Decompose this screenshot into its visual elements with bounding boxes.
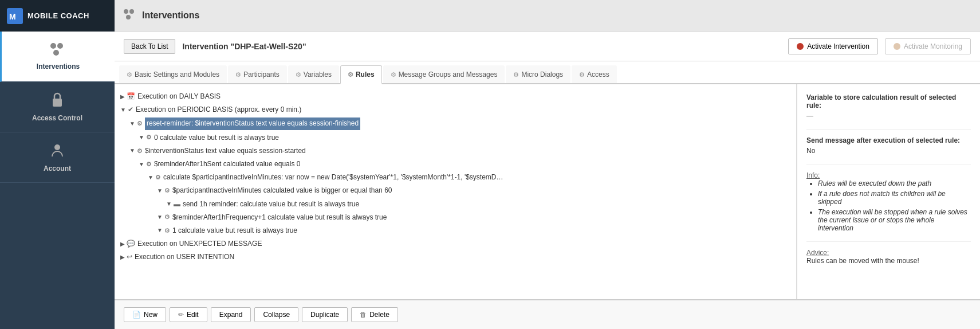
rule-10-gear-icon: ⚙	[164, 212, 170, 222]
rule-13-toggle[interactable]: ▶	[120, 253, 125, 262]
sidebar-item-access-control[interactable]: Access Control	[0, 82, 115, 132]
rule-5-text: $interventionStatus text value equals se…	[145, 146, 306, 156]
tab-basic-settings[interactable]: ⚙ Basic Settings and Modules	[119, 65, 227, 83]
delete-button-icon: 🗑	[360, 311, 367, 319]
rule-2-toggle[interactable]: ▼	[120, 105, 126, 115]
rule-row-2[interactable]: ▼ ✔ Execution on PERIODIC BASIS (approx.…	[115, 103, 796, 116]
rule-row-7[interactable]: ▼ ⚙ calculate $participantInactiveInMinu…	[115, 171, 796, 184]
rule-row-4[interactable]: ▼ ⚙ 0 calculate value but result is alwa…	[115, 131, 796, 144]
rule-3-toggle[interactable]: ▼	[129, 119, 135, 128]
variables-tab-icon: ⚙	[296, 71, 301, 79]
rules-tab-icon: ⚙	[348, 71, 353, 79]
rule-5-toggle[interactable]: ▼	[129, 146, 135, 155]
rule-7-toggle[interactable]: ▼	[148, 173, 154, 182]
rule-12-toggle[interactable]: ▶	[120, 240, 125, 249]
rule-8-toggle[interactable]: ▼	[157, 186, 163, 195]
tab-message-groups-label: Message Groups and Messages	[399, 70, 498, 79]
rule-7-text: calculate $participantInactiveInMinutes:…	[163, 172, 507, 183]
advice-section: Advice: Rules can be moved with the mous…	[806, 249, 971, 265]
send-message-section: Send message after execution of selected…	[806, 136, 971, 155]
sidebar-item-interventions[interactable]: Interventions	[0, 32, 115, 82]
rule-row-3[interactable]: ▼ ⚙ reset-reminder: $interventionStatus …	[115, 116, 796, 131]
basic-settings-tab-icon: ⚙	[127, 71, 132, 79]
info-note-1: Rules will be executed down the path	[818, 179, 971, 187]
rule-3-gear-icon: ⚙	[137, 119, 143, 129]
activate-red-dot	[797, 43, 804, 50]
intervention-bar-left: Back To List Intervention "DHP-Eat-Well-…	[124, 39, 306, 54]
page-header: Interventions	[115, 0, 980, 32]
sidebar-account-label: Account	[44, 164, 71, 173]
tab-access[interactable]: ⚙ Access	[572, 65, 617, 83]
svg-rect-9	[126, 15, 131, 19]
send-message-label: Send message after execution of selected…	[806, 136, 971, 144]
duplicate-button[interactable]: Duplicate	[302, 307, 348, 322]
expand-button-label: Expand	[219, 311, 243, 319]
duplicate-button-label: Duplicate	[310, 311, 339, 319]
info-divider-1	[806, 129, 971, 130]
rule-row-5[interactable]: ▼ ⚙ $interventionStatus text value equal…	[115, 144, 796, 158]
rule-row-10[interactable]: ▼ ⚙ $reminderAfter1hFrequency+1 calculat…	[115, 211, 796, 224]
rule-row-11[interactable]: ▼ ⚙ 1 calculate value but result is alwa…	[115, 224, 796, 237]
delete-button[interactable]: 🗑 Delete	[351, 307, 398, 322]
message-groups-tab-icon: ⚙	[391, 71, 396, 79]
rule-10-text: $reminderAfter1hFrequency+1 calculate va…	[172, 212, 387, 223]
rule-10-toggle[interactable]: ▼	[157, 213, 163, 222]
intervention-bar-right: Activate Intervention Activate Monitorin…	[788, 38, 971, 54]
rule-row-8[interactable]: ▼ ⚙ $participantInactiveInMinutes calcul…	[115, 184, 796, 197]
activate-intervention-label: Activate Intervention	[807, 42, 869, 50]
logo-area: M MOBILE COACH	[0, 0, 115, 32]
intervention-title: Intervention "DHP-Eat-Well-S20"	[182, 42, 306, 51]
info-note-3: The execution will be stopped when a rul…	[818, 208, 971, 232]
svg-rect-2	[50, 43, 56, 49]
info-notes-label: Info:	[806, 171, 971, 179]
svg-text:M: M	[9, 12, 16, 21]
rule-9-toggle[interactable]: ▼	[166, 199, 172, 209]
new-button[interactable]: 📄 New	[124, 307, 166, 322]
collapse-button-label: Collapse	[263, 311, 290, 319]
info-note-2: If a rule does not match its children wi…	[818, 190, 971, 206]
rule-11-toggle[interactable]: ▼	[157, 226, 163, 235]
rule-1-toggle[interactable]: ▶	[120, 92, 125, 101]
tab-message-groups[interactable]: ⚙ Message Groups and Messages	[383, 65, 505, 83]
tab-basic-settings-label: Basic Settings and Modules	[135, 70, 219, 79]
sidebar-item-account[interactable]: Account	[0, 132, 115, 183]
sidebar: M MOBILE COACH Interventions Access Cont…	[0, 0, 115, 329]
rule-4-gear-icon: ⚙	[146, 132, 152, 143]
tab-micro-dialogs[interactable]: ⚙ Micro Dialogs	[506, 65, 570, 83]
info-notes-section: Info: Rules will be executed down the pa…	[806, 171, 971, 232]
rule-11-text: 1 calculate value but result is always t…	[172, 225, 297, 236]
rule-5-gear-icon: ⚙	[137, 146, 143, 156]
send-message-value: No	[806, 147, 971, 155]
tab-variables[interactable]: ⚙ Variables	[288, 65, 339, 83]
tab-access-label: Access	[587, 70, 609, 79]
rule-row-9[interactable]: ▼ ▬ send 1h reminder: calculate value bu…	[115, 198, 796, 211]
info-divider-2	[806, 164, 971, 164]
tab-participants[interactable]: ⚙ Participants	[228, 65, 287, 83]
activate-intervention-button[interactable]: Activate Intervention	[788, 38, 878, 54]
expand-button[interactable]: Expand	[211, 307, 251, 322]
tab-rules[interactable]: ⚙ Rules	[340, 65, 382, 84]
rules-panel[interactable]: ▶ 📅 Execution on DAILY BASIS ▼ ✔ Executi…	[115, 84, 797, 299]
rule-13-text: Execution on USER INTENTION	[135, 252, 234, 263]
edit-button[interactable]: ✏ Edit	[170, 307, 207, 322]
collapse-button[interactable]: Collapse	[254, 307, 298, 322]
back-to-list-button[interactable]: Back To List	[124, 39, 175, 54]
monitoring-dot	[894, 43, 900, 50]
rule-row-1[interactable]: ▶ 📅 Execution on DAILY BASIS	[115, 90, 796, 103]
rule-6-toggle[interactable]: ▼	[139, 160, 144, 169]
svg-rect-3	[57, 43, 63, 49]
rule-11-gear-icon: ⚙	[164, 226, 170, 236]
participants-tab-icon: ⚙	[235, 71, 241, 79]
rule-row-12[interactable]: ▶ 💬 Execution on UNEXPECTED MESSAGE	[115, 237, 796, 250]
new-button-label: New	[144, 311, 158, 319]
rule-1-text: Execution on DAILY BASIS	[137, 91, 221, 102]
edit-button-icon: ✏	[178, 311, 184, 319]
rule-row-13[interactable]: ▶ ↩ Execution on USER INTENTION	[115, 250, 796, 264]
svg-point-6	[54, 144, 60, 150]
rule-row-6[interactable]: ▼ ⚙ $reminderAfter1hSent calculated valu…	[115, 158, 796, 171]
logo-text: MOBILE COACH	[27, 11, 89, 20]
rule-4-toggle[interactable]: ▼	[139, 133, 144, 142]
calc-result-value: —	[806, 112, 971, 120]
activate-monitoring-button[interactable]: Activate Monitoring	[885, 38, 971, 54]
rule-8-gear-icon: ⚙	[164, 186, 170, 196]
